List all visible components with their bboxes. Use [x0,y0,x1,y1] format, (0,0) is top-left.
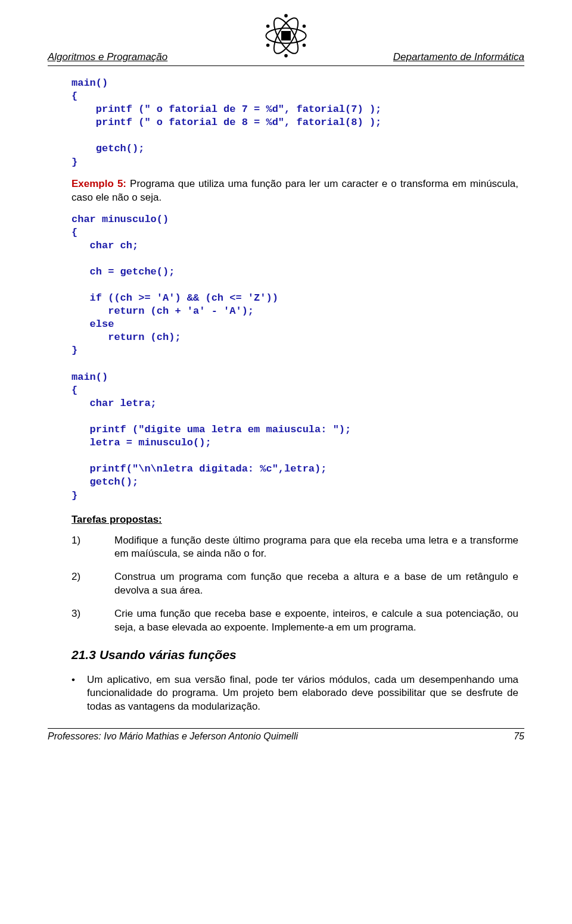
header-course-title: Algoritmos e Programação [48,51,167,64]
task-text: Modifique a função deste último programa… [114,534,518,561]
code-block-main-fatorial: main() { printf (" o fatorial de 7 = %d"… [72,77,518,169]
bullet-icon: • [72,673,87,714]
example-text: Programa que utiliza uma função para ler… [72,178,518,203]
task-number: 3) [72,607,114,635]
task-text: Construa um programa com função que rece… [114,570,518,598]
task-number: 1) [72,534,114,561]
task-item: 3) Crie uma função que receba base e exp… [72,607,518,635]
section-number: 21.3 [72,648,100,661]
example-paragraph: Exemplo 5: Programa que utiliza uma funç… [72,177,518,205]
code-block-minusculo: char minusculo() { char ch; ch = getche(… [72,213,518,502]
bullet-item: • Um aplicativo, em sua versão final, po… [72,673,518,714]
svg-point-6 [266,24,270,28]
svg-point-8 [266,43,270,47]
task-item: 1) Modifique a função deste último progr… [72,534,518,561]
page-footer: Professores: Ivo Mário Mathias e Jeferso… [48,730,524,743]
example-label: Exemplo 5: [72,178,126,189]
page-content: main() { printf (" o fatorial de 7 = %d"… [48,77,524,714]
svg-point-4 [284,14,288,18]
svg-point-5 [284,54,288,58]
svg-rect-3 [281,31,291,40]
section-heading: 21.3Usando várias funções [72,647,518,663]
footer-page-number: 75 [514,730,524,743]
bullet-text: Um aplicativo, em sua versão final, pode… [87,673,518,714]
footer-authors: Professores: Ivo Mário Mathias e Jeferso… [48,730,298,743]
footer-divider [48,728,524,729]
atom-icon [262,12,310,60]
svg-point-9 [303,24,306,28]
header-department: Departamento de Informática [393,51,524,64]
page: Algoritmos e Programação Departamento de… [0,0,572,761]
svg-point-7 [303,43,306,47]
tasks-heading: Tarefas propostas: [72,513,518,527]
page-header: Algoritmos e Programação Departamento de… [48,12,524,65]
task-number: 2) [72,570,114,598]
section-title: Usando várias funções [100,648,237,661]
task-text: Crie uma função que receba base e expoen… [114,607,518,635]
header-divider [48,65,524,66]
header-logo [262,12,310,64]
task-item: 2) Construa um programa com função que r… [72,570,518,598]
